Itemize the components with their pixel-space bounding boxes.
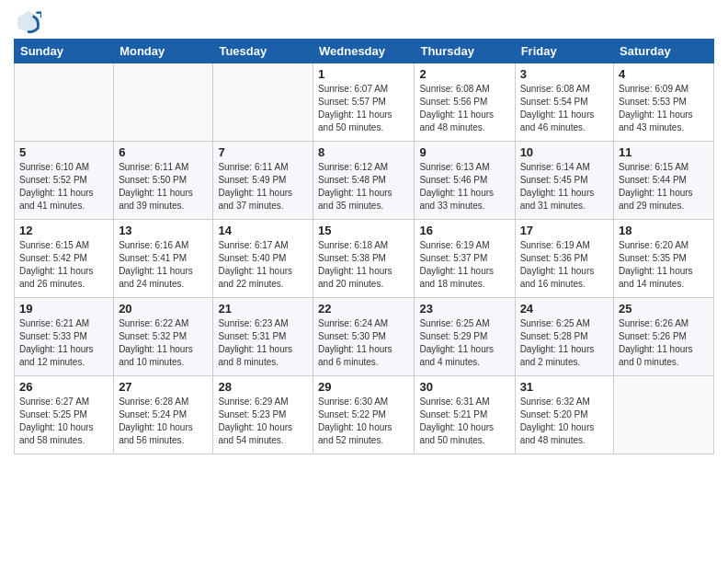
day-number: 29 [318, 380, 409, 394]
page-container: Sunday Monday Tuesday Wednesday Thursday… [0, 0, 728, 464]
day-detail: Sunrise: 6:31 AM Sunset: 5:21 PM Dayligh… [419, 396, 509, 447]
calendar-week-row: 12Sunrise: 6:15 AM Sunset: 5:42 PM Dayli… [15, 220, 714, 298]
col-saturday: Saturday [614, 40, 714, 63]
table-row: 1Sunrise: 6:07 AM Sunset: 5:57 PM Daylig… [313, 63, 415, 142]
day-number: 22 [318, 302, 409, 316]
day-detail: Sunrise: 6:20 AM Sunset: 5:35 PM Dayligh… [619, 239, 709, 291]
table-row: 21Sunrise: 6:23 AM Sunset: 5:31 PM Dayli… [213, 298, 313, 376]
day-number: 8 [318, 145, 409, 159]
header [14, 9, 714, 31]
day-number: 7 [218, 145, 308, 159]
day-number: 2 [419, 67, 509, 81]
table-row: 28Sunrise: 6:29 AM Sunset: 5:23 PM Dayli… [213, 376, 313, 454]
table-row: 6Sunrise: 6:11 AM Sunset: 5:50 PM Daylig… [114, 142, 213, 220]
day-number: 6 [119, 145, 208, 159]
day-detail: Sunrise: 6:19 AM Sunset: 5:37 PM Dayligh… [419, 239, 509, 291]
table-row: 7Sunrise: 6:11 AM Sunset: 5:49 PM Daylig… [213, 142, 313, 220]
day-number: 16 [419, 224, 509, 237]
table-row [114, 63, 213, 142]
table-row: 26Sunrise: 6:27 AM Sunset: 5:25 PM Dayli… [15, 376, 114, 454]
logo [14, 9, 41, 31]
day-number: 20 [119, 302, 208, 316]
day-detail: Sunrise: 6:14 AM Sunset: 5:45 PM Dayligh… [520, 161, 609, 213]
table-row: 14Sunrise: 6:17 AM Sunset: 5:40 PM Dayli… [213, 220, 313, 298]
day-number: 17 [520, 224, 609, 237]
day-detail: Sunrise: 6:25 AM Sunset: 5:29 PM Dayligh… [419, 317, 509, 369]
day-number: 31 [520, 380, 609, 394]
day-number: 5 [19, 145, 108, 159]
day-detail: Sunrise: 6:27 AM Sunset: 5:25 PM Dayligh… [19, 396, 108, 447]
day-detail: Sunrise: 6:18 AM Sunset: 5:38 PM Dayligh… [318, 239, 409, 291]
calendar-week-row: 26Sunrise: 6:27 AM Sunset: 5:25 PM Dayli… [15, 376, 714, 454]
table-row [614, 376, 714, 454]
col-thursday: Thursday [415, 40, 515, 63]
table-row: 27Sunrise: 6:28 AM Sunset: 5:24 PM Dayli… [114, 376, 213, 454]
day-number: 19 [19, 302, 108, 316]
calendar-week-row: 19Sunrise: 6:21 AM Sunset: 5:33 PM Dayli… [15, 298, 714, 376]
table-row: 12Sunrise: 6:15 AM Sunset: 5:42 PM Dayli… [15, 220, 114, 298]
day-detail: Sunrise: 6:25 AM Sunset: 5:28 PM Dayligh… [520, 317, 609, 369]
day-number: 27 [119, 380, 208, 394]
day-detail: Sunrise: 6:15 AM Sunset: 5:44 PM Dayligh… [619, 161, 709, 213]
day-detail: Sunrise: 6:13 AM Sunset: 5:46 PM Dayligh… [419, 161, 509, 213]
day-detail: Sunrise: 6:07 AM Sunset: 5:57 PM Dayligh… [318, 83, 409, 134]
day-detail: Sunrise: 6:08 AM Sunset: 5:54 PM Dayligh… [520, 83, 609, 134]
calendar-header-row: Sunday Monday Tuesday Wednesday Thursday… [15, 40, 714, 63]
day-detail: Sunrise: 6:28 AM Sunset: 5:24 PM Dayligh… [119, 396, 208, 447]
day-number: 28 [218, 380, 308, 394]
day-number: 18 [619, 224, 709, 237]
table-row [213, 63, 313, 142]
day-detail: Sunrise: 6:23 AM Sunset: 5:31 PM Dayligh… [218, 317, 308, 369]
table-row: 30Sunrise: 6:31 AM Sunset: 5:21 PM Dayli… [415, 376, 515, 454]
table-row: 18Sunrise: 6:20 AM Sunset: 5:35 PM Dayli… [614, 220, 714, 298]
day-detail: Sunrise: 6:24 AM Sunset: 5:30 PM Dayligh… [318, 317, 409, 369]
col-friday: Friday [515, 40, 613, 63]
table-row: 23Sunrise: 6:25 AM Sunset: 5:29 PM Dayli… [415, 298, 515, 376]
day-detail: Sunrise: 6:22 AM Sunset: 5:32 PM Dayligh… [119, 317, 208, 369]
logo-icon [16, 9, 41, 35]
table-row: 20Sunrise: 6:22 AM Sunset: 5:32 PM Dayli… [114, 298, 213, 376]
day-number: 3 [520, 67, 609, 81]
table-row: 2Sunrise: 6:08 AM Sunset: 5:56 PM Daylig… [415, 63, 515, 142]
day-number: 9 [419, 145, 509, 159]
day-detail: Sunrise: 6:17 AM Sunset: 5:40 PM Dayligh… [218, 239, 308, 291]
day-detail: Sunrise: 6:21 AM Sunset: 5:33 PM Dayligh… [19, 317, 108, 369]
day-number: 25 [619, 302, 709, 316]
day-number: 24 [520, 302, 609, 316]
table-row: 9Sunrise: 6:13 AM Sunset: 5:46 PM Daylig… [415, 142, 515, 220]
table-row: 31Sunrise: 6:32 AM Sunset: 5:20 PM Dayli… [515, 376, 613, 454]
table-row: 22Sunrise: 6:24 AM Sunset: 5:30 PM Dayli… [313, 298, 415, 376]
day-number: 30 [419, 380, 509, 394]
day-detail: Sunrise: 6:26 AM Sunset: 5:26 PM Dayligh… [619, 317, 709, 369]
day-detail: Sunrise: 6:09 AM Sunset: 5:53 PM Dayligh… [619, 83, 709, 134]
table-row [15, 63, 114, 142]
day-number: 15 [318, 224, 409, 237]
day-number: 26 [19, 380, 108, 394]
table-row: 8Sunrise: 6:12 AM Sunset: 5:48 PM Daylig… [313, 142, 415, 220]
table-row: 4Sunrise: 6:09 AM Sunset: 5:53 PM Daylig… [614, 63, 714, 142]
table-row: 17Sunrise: 6:19 AM Sunset: 5:36 PM Dayli… [515, 220, 613, 298]
table-row: 29Sunrise: 6:30 AM Sunset: 5:22 PM Dayli… [313, 376, 415, 454]
day-detail: Sunrise: 6:12 AM Sunset: 5:48 PM Dayligh… [318, 161, 409, 213]
day-detail: Sunrise: 6:16 AM Sunset: 5:41 PM Dayligh… [119, 239, 208, 291]
table-row: 13Sunrise: 6:16 AM Sunset: 5:41 PM Dayli… [114, 220, 213, 298]
table-row: 19Sunrise: 6:21 AM Sunset: 5:33 PM Dayli… [15, 298, 114, 376]
calendar-week-row: 5Sunrise: 6:10 AM Sunset: 5:52 PM Daylig… [15, 142, 714, 220]
day-detail: Sunrise: 6:32 AM Sunset: 5:20 PM Dayligh… [520, 396, 609, 447]
day-number: 13 [119, 224, 208, 237]
table-row: 15Sunrise: 6:18 AM Sunset: 5:38 PM Dayli… [313, 220, 415, 298]
day-detail: Sunrise: 6:30 AM Sunset: 5:22 PM Dayligh… [318, 396, 409, 447]
day-number: 1 [318, 67, 409, 81]
day-number: 23 [419, 302, 509, 316]
col-sunday: Sunday [15, 40, 114, 63]
table-row: 5Sunrise: 6:10 AM Sunset: 5:52 PM Daylig… [15, 142, 114, 220]
day-detail: Sunrise: 6:19 AM Sunset: 5:36 PM Dayligh… [520, 239, 609, 291]
day-number: 12 [19, 224, 108, 237]
calendar-table: Sunday Monday Tuesday Wednesday Thursday… [14, 39, 714, 454]
day-detail: Sunrise: 6:11 AM Sunset: 5:50 PM Dayligh… [119, 161, 208, 213]
col-monday: Monday [114, 40, 213, 63]
table-row: 11Sunrise: 6:15 AM Sunset: 5:44 PM Dayli… [614, 142, 714, 220]
day-number: 14 [218, 224, 308, 237]
col-wednesday: Wednesday [313, 40, 415, 63]
table-row: 25Sunrise: 6:26 AM Sunset: 5:26 PM Dayli… [614, 298, 714, 376]
